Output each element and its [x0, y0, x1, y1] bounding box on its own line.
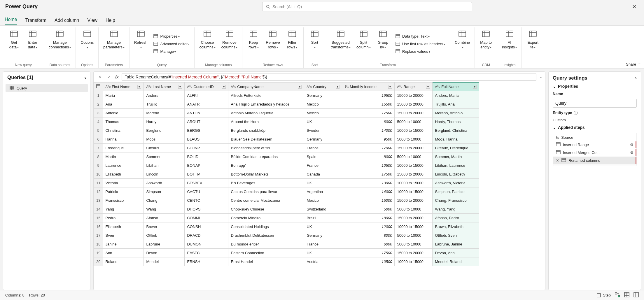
cell[interactable]: Wang, Yang	[433, 205, 479, 214]
cell[interactable]: Mexico	[304, 100, 342, 109]
column-header-companyname[interactable]: AᴮcCompanyName▾	[228, 83, 304, 91]
table-row[interactable]: 19AnnDevonEASTCEastern ConnectionUK17500…	[94, 249, 479, 257]
row-number[interactable]: 5	[94, 126, 103, 135]
filter-icon[interactable]: ▾	[222, 85, 226, 89]
cell[interactable]: CACTU	[185, 187, 228, 196]
cell[interactable]: 12000	[342, 222, 395, 231]
cell[interactable]: Yang	[103, 205, 144, 214]
filter-icon[interactable]: ▾	[336, 85, 340, 89]
cell[interactable]: Sven	[103, 231, 144, 240]
cell[interactable]: 5000 to 10000	[395, 152, 433, 161]
cell[interactable]: Around the Horn	[228, 117, 304, 126]
cell[interactable]: BOLID	[185, 152, 228, 161]
cell[interactable]: Mexico	[304, 109, 342, 117]
cell[interactable]: Eastern Connection	[228, 249, 304, 257]
cell[interactable]: 17500	[342, 170, 395, 179]
cell[interactable]: France	[304, 240, 342, 249]
cell[interactable]: Comércio Mineiro	[228, 214, 304, 222]
cell[interactable]: 15000 to 20000	[395, 100, 433, 109]
ribbon-advanced-editor[interactable]: Advanced editor	[151, 41, 191, 47]
table-row[interactable]: 2AnaTrujilloANATRAna Trujillo Emaredados…	[94, 100, 479, 109]
cell[interactable]: Blondesddsl pére et fils	[228, 144, 304, 152]
table-row[interactable]: 8MartinSommerBOLIDBólido Comidas prepara…	[94, 152, 479, 161]
cell[interactable]: Mendel, Roland	[433, 257, 479, 266]
table-row[interactable]: 18JanineLabruneDUMONDu monde entierFranc…	[94, 240, 479, 249]
cell[interactable]: Patricio	[103, 187, 144, 196]
properties-section[interactable]: ⌄Properties	[553, 84, 637, 89]
cell[interactable]: UK	[304, 249, 342, 257]
cell[interactable]: Christina	[103, 126, 144, 135]
row-number[interactable]: 20	[94, 257, 103, 266]
delete-step-icon[interactable]: ✕	[556, 158, 559, 163]
row-number[interactable]: 10	[94, 170, 103, 179]
cell[interactable]: Sweden	[304, 126, 342, 135]
cell[interactable]: ANTON	[185, 109, 228, 117]
cell[interactable]: Afonso, Pedro	[433, 214, 479, 222]
gear-icon[interactable]: ⚙	[630, 150, 634, 155]
cell[interactable]: DHOPS	[185, 205, 228, 214]
cell[interactable]: 15000 to 20000	[395, 144, 433, 152]
cell[interactable]: 10000 to 15000	[395, 187, 433, 196]
table-row[interactable]: 14YangWangDHOPSChop-suey ChineseSwitzerl…	[94, 205, 479, 214]
cell[interactable]: 8000	[342, 152, 395, 161]
tab-transform[interactable]: Transform	[25, 18, 46, 25]
cell[interactable]: 10500	[342, 161, 395, 170]
data-table[interactable]: AᴮcFirst Name▾AᴮcLast Name▾AᴮcCustomerID…	[94, 82, 479, 266]
cell[interactable]: Chang, Franscisco	[433, 196, 479, 205]
cell[interactable]: 10000 to 15000	[395, 161, 433, 170]
ribbon-filter-rows[interactable]: Filterrows	[284, 27, 300, 60]
cell[interactable]: COMMI	[185, 214, 228, 222]
table-row[interactable]: 9LaurenceLibihanBONAPBon app'France10500…	[94, 161, 479, 170]
split-view-icon[interactable]	[634, 292, 639, 298]
cell[interactable]: 17500	[342, 109, 395, 117]
cell[interactable]: 15000 to 20000	[395, 196, 433, 205]
column-header-customerid[interactable]: AᴮcCustomerID▾	[185, 83, 228, 91]
cell[interactable]: 15000	[342, 196, 395, 205]
cell[interactable]: Berglund, Christina	[433, 126, 479, 135]
cell[interactable]: 9500	[342, 135, 395, 144]
table-row[interactable]: 17SvenOttliebDRACDDrachenblut Delikatess…	[94, 231, 479, 240]
cell[interactable]: 8000	[342, 231, 395, 240]
cell[interactable]: ALFKI	[185, 91, 228, 100]
cell[interactable]: Mexico	[304, 196, 342, 205]
cell[interactable]: Berglunds snabbköp	[228, 126, 304, 135]
ribbon-sort[interactable]: Sort	[307, 27, 323, 60]
cell[interactable]: 5000 to 10000	[395, 205, 433, 214]
cell[interactable]: Labrune, Janine	[433, 240, 479, 249]
cancel-formula-icon[interactable]: ✕	[97, 74, 103, 80]
cell[interactable]: CENTC	[185, 196, 228, 205]
cell[interactable]: Brown, Elizabeth	[433, 222, 479, 231]
ribbon-choose-columns[interactable]: Choosecolumns	[197, 27, 217, 60]
row-number[interactable]: 3	[94, 109, 103, 117]
cell[interactable]: Pedro	[103, 214, 144, 222]
cell[interactable]: Victoria	[103, 179, 144, 187]
cell[interactable]: B's Beverages	[228, 179, 304, 187]
cell[interactable]: ERNSH	[185, 257, 228, 266]
cell[interactable]: Spain	[304, 152, 342, 161]
cell[interactable]: Austria	[304, 257, 342, 266]
ribbon-get-data[interactable]: Getdata	[6, 27, 22, 60]
tab-view[interactable]: View	[88, 18, 97, 25]
row-number[interactable]: 2	[94, 100, 103, 109]
cell[interactable]: AROUT	[185, 117, 228, 126]
select-all-corner[interactable]	[94, 83, 103, 91]
cell[interactable]: 15000 to 20000	[395, 109, 433, 117]
cell[interactable]: 14000	[342, 126, 395, 135]
row-number[interactable]: 12	[94, 187, 103, 196]
table-view-icon[interactable]	[624, 292, 629, 298]
cell[interactable]: Drachenblut Delikatessen	[228, 231, 304, 240]
tab-home[interactable]: Home	[5, 17, 17, 25]
cell[interactable]: 10000 to 15000	[395, 257, 433, 266]
tab-help[interactable]: Help	[106, 18, 115, 25]
row-number[interactable]: 14	[94, 205, 103, 214]
search-input[interactable]	[272, 4, 468, 9]
cell[interactable]: Afonso	[144, 214, 185, 222]
row-number[interactable]: 7	[94, 144, 103, 152]
cell[interactable]: UK	[304, 179, 342, 187]
cell[interactable]: Citeaux, Frédérique	[433, 144, 479, 152]
cell[interactable]: 14000	[342, 187, 395, 196]
share-button[interactable]: Share⌃	[626, 27, 641, 68]
cell[interactable]: Thomas	[103, 117, 144, 126]
ribbon-enter-data[interactable]: Enterdata	[24, 27, 41, 60]
table-row[interactable]: 4ThomasHardyAROUTAround the HornUK600050…	[94, 117, 479, 126]
